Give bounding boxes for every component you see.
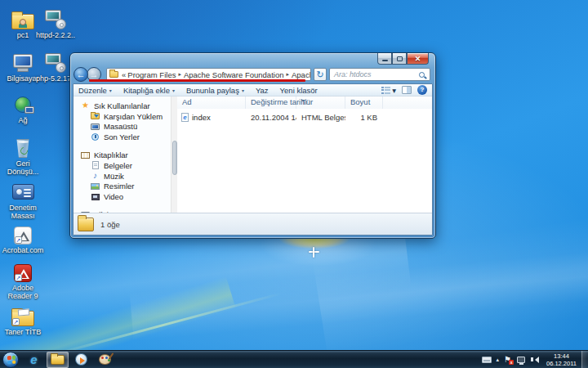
chevron-down-icon: ▾ xyxy=(172,88,175,93)
taskbar-clock[interactable]: 13:44 06.12.2011 xyxy=(545,352,581,367)
menu-yaz[interactable]: Yaz xyxy=(256,86,269,95)
desktop-icon-adobe-reader[interactable]: ↗ Adobe Reader 9 xyxy=(0,259,46,300)
column-header-modified[interactable]: Değiştirme tarihi xyxy=(246,96,296,109)
shortcut-arrow-icon: ↗ xyxy=(15,274,22,281)
search-icon xyxy=(419,72,425,78)
network-status-icon[interactable] xyxy=(517,357,525,363)
shortcut-arrow-icon: ↗ xyxy=(15,236,22,244)
desktop-icon-label: Taner TİTB xyxy=(0,328,46,336)
forward-arrow-icon: → xyxy=(90,70,99,79)
column-header-name[interactable]: Ad xyxy=(177,96,246,109)
sidebar-scrollbar[interactable] xyxy=(171,96,177,213)
sidebar-item-videos[interactable]: Video xyxy=(74,191,171,202)
help-button[interactable]: ? xyxy=(417,85,427,95)
pictures-icon xyxy=(91,183,100,190)
back-button[interactable]: ← xyxy=(74,67,88,82)
desktop-icon-label: Adobe Reader 9 xyxy=(0,284,46,300)
list-view-icon xyxy=(381,87,390,94)
file-type: HTML Belgesi xyxy=(296,113,345,122)
breadcrumb-item-apache-software-foundation[interactable]: Apache Software Foundation xyxy=(183,70,285,79)
search-placeholder: Ara: htdocs xyxy=(330,70,419,79)
column-header-type[interactable]: Tür xyxy=(296,96,345,109)
menu-duzenle[interactable]: Düzenle▾ xyxy=(78,86,112,95)
windows-logo-icon xyxy=(7,356,16,365)
alert-badge: x xyxy=(509,360,514,365)
explorer-folder-icon xyxy=(51,355,65,365)
folder-icon xyxy=(109,71,118,78)
mouse-cursor xyxy=(309,247,319,258)
desktop-icon-network[interactable]: Ağ xyxy=(0,92,46,124)
column-header-size[interactable]: Boyut xyxy=(345,96,383,109)
show-desktop-button[interactable] xyxy=(581,351,588,368)
sidebar-item-documents[interactable]: Belgeler xyxy=(74,160,171,171)
annotation-red-underline xyxy=(89,79,305,82)
computer-icon xyxy=(81,212,90,213)
adobe-reader-icon: ↗ xyxy=(14,264,32,282)
sidebar-item-favorites[interactable]: ★Sık Kullanılanlar xyxy=(74,101,171,111)
file-modified-date: 20.11.2004 14:16 xyxy=(246,113,296,122)
file-size: 1 KB xyxy=(345,113,383,122)
star-icon: ★ xyxy=(82,101,89,110)
chevron-down-icon: ▾ xyxy=(242,88,244,93)
media-player-icon xyxy=(75,353,87,366)
preview-pane-button[interactable] xyxy=(402,86,412,94)
desktop-icon-httpd-installer[interactable]: httpd-2.2.2.. xyxy=(33,7,78,39)
maximize-button[interactable] xyxy=(392,53,407,65)
action-center-icon[interactable]: ⚑x xyxy=(504,356,511,364)
minimize-button[interactable] xyxy=(377,53,392,65)
shortcut-arrow-icon: ↗ xyxy=(12,318,20,325)
chevron-down-icon: ▾ xyxy=(392,86,396,95)
videos-icon xyxy=(91,194,100,200)
desktop-icon-recycle-bin[interactable]: Geri Dönüşü... xyxy=(0,135,46,176)
desktop-icon-control-panel[interactable]: Denetim Masası xyxy=(0,179,46,220)
keyboard-language-icon[interactable] xyxy=(482,357,492,363)
file-list: Ad Değiştirme tarihi Tür Boyut eindex 20… xyxy=(177,96,432,213)
back-arrow-icon: ← xyxy=(77,70,86,79)
desktop-icon-acrobat-com[interactable]: ↗ Acrobat.com xyxy=(0,222,46,254)
change-view-button[interactable]: ▾ xyxy=(381,86,396,95)
desktop-icon-label: Ağ xyxy=(0,116,46,124)
volume-icon[interactable] xyxy=(531,357,539,363)
computer-monitor-icon xyxy=(13,54,33,68)
wallpaper-light-streak xyxy=(45,292,283,358)
shared-folder-icon xyxy=(11,14,34,29)
installer-cd-icon xyxy=(45,10,66,29)
sidebar-item-desktop[interactable]: Masaüstü xyxy=(74,122,171,132)
sidebar-item-recent-places[interactable]: Son Yerler xyxy=(74,132,171,142)
breadcrumb-item-program-files[interactable]: Program Files xyxy=(127,70,176,79)
desktop-wallpaper: pc1 httpd-2.2.2.. Bilgisayar php-5.2.17.… xyxy=(0,0,588,368)
music-note-icon: ♪ xyxy=(93,172,97,180)
sidebar-item-music[interactable]: ♪Müzik xyxy=(74,171,171,182)
paint-palette-icon xyxy=(99,354,111,365)
file-row-index[interactable]: eindex 20.11.2004 14:16 HTML Belgesi 1 K… xyxy=(177,111,432,123)
desktop-icon-label: Geri Dönüşü... xyxy=(0,159,46,176)
taskbar-internet-explorer[interactable]: e xyxy=(23,352,45,368)
scrollbar-thumb[interactable] xyxy=(172,141,177,175)
start-button[interactable] xyxy=(2,352,19,368)
sidebar-item-downloads[interactable]: Karşıdan Yüklem xyxy=(74,111,171,122)
recent-places-icon xyxy=(91,133,99,141)
file-name: index xyxy=(192,113,211,122)
taskbar-paint[interactable] xyxy=(94,352,116,368)
control-panel-icon xyxy=(12,184,34,200)
close-button[interactable]: ✕ xyxy=(407,53,429,65)
desktop-icon-taner-folder[interactable]: ↗ Taner TİTB xyxy=(0,303,46,336)
breadcrumb-item-apache22[interactable]: Apache2.2 xyxy=(291,70,311,79)
menu-kitapliga-ekle[interactable]: Kitaplığa ekle▾ xyxy=(123,86,175,95)
refresh-button[interactable]: ↻ xyxy=(314,68,327,81)
folder-icon xyxy=(78,218,94,231)
sidebar-item-libraries[interactable]: Kitaplıklar xyxy=(74,150,171,160)
desktop-monitor-icon xyxy=(91,123,100,130)
libraries-icon xyxy=(81,152,90,159)
breadcrumb-prefix: « xyxy=(121,70,127,79)
explorer-window: ✕ ← → « Program Files ▸ Apache Software … xyxy=(69,52,436,239)
internet-explorer-icon: e xyxy=(30,352,37,367)
desktop-icon-label: httpd-2.2.2.. xyxy=(33,31,78,39)
menu-bununla-paylas[interactable]: Bununla paylaş▾ xyxy=(186,86,244,95)
taskbar-windows-explorer[interactable] xyxy=(47,352,69,368)
menu-yeni-klasor[interactable]: Yeni klasör xyxy=(280,86,318,95)
taskbar-media-player[interactable] xyxy=(70,352,92,368)
show-hidden-icons-button[interactable]: ▴ xyxy=(497,357,500,363)
search-input[interactable]: Ara: htdocs xyxy=(329,68,430,81)
sidebar-item-pictures[interactable]: Resimler xyxy=(74,182,171,192)
